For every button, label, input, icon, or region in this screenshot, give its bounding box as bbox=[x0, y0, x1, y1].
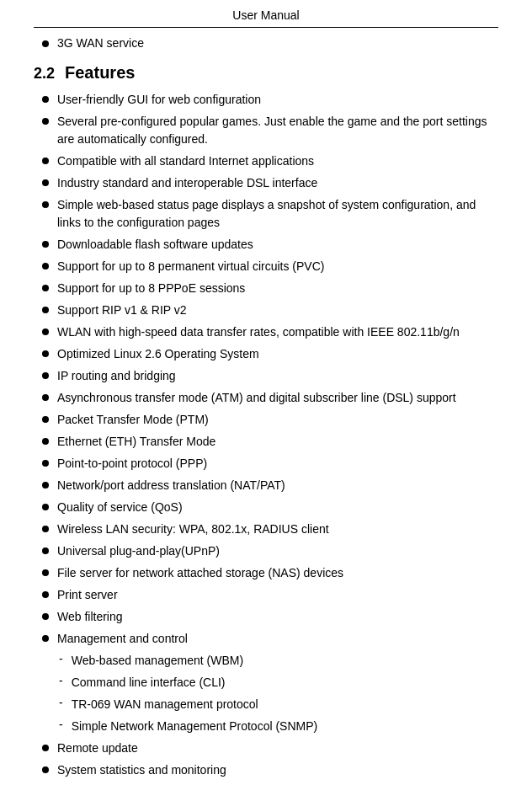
list-item: Point-to-point protocol (PPP) bbox=[34, 455, 498, 473]
list-item: Remote update bbox=[34, 740, 498, 757]
bullet-dot bbox=[42, 526, 49, 532]
section-title: Features bbox=[65, 63, 135, 83]
bullet-dot-intro bbox=[42, 40, 49, 47]
bullet-dot bbox=[42, 591, 49, 598]
dash: - bbox=[59, 718, 63, 731]
list-item: WLAN with high-speed data transfer rates… bbox=[34, 323, 498, 341]
list-item: IP routing and bridging bbox=[34, 367, 498, 385]
bullet-dot bbox=[42, 745, 49, 751]
list-item: User-friendly GUI for web configuration bbox=[34, 91, 498, 109]
bullet-dot bbox=[42, 613, 49, 620]
bullet-dot bbox=[42, 547, 49, 554]
list-item: Compatible with all standard Internet ap… bbox=[34, 152, 498, 170]
list-item: Quality of service (QoS) bbox=[34, 499, 498, 516]
list-item: Management and control bbox=[34, 630, 498, 648]
page-header: User Manual bbox=[34, 8, 498, 28]
intro-bullet-text: 3G WAN service bbox=[57, 36, 144, 50]
list-item: System statistics and monitoring bbox=[34, 761, 498, 779]
list-item: Simple web-based status page displays a … bbox=[34, 196, 498, 232]
header-title: User Manual bbox=[232, 8, 299, 22]
section-number: 2.2 bbox=[34, 65, 55, 83]
bullet-dot bbox=[42, 158, 49, 164]
list-item: Support for up to 8 PPPoE sessions bbox=[34, 280, 498, 297]
list-item: Industry standard and interoperable DSL … bbox=[34, 174, 498, 192]
list-item: Support for up to 8 permanent virtual ci… bbox=[34, 258, 498, 275]
sub-list-item: -Command line interface (CLI) bbox=[34, 674, 498, 692]
list-item: Several pre-configured popular games. Ju… bbox=[34, 113, 498, 148]
bullet-dot bbox=[42, 569, 49, 576]
dash: - bbox=[59, 696, 63, 709]
feature-list-after: Remote updateSystem statistics and monit… bbox=[34, 740, 498, 779]
list-item: Ethernet (ETH) Transfer Mode bbox=[34, 433, 498, 451]
bullet-dot bbox=[42, 766, 49, 773]
list-item: Packet Transfer Mode (PTM) bbox=[34, 411, 498, 429]
bullet-dot bbox=[42, 635, 49, 642]
list-item: Network/port address translation (NAT/PA… bbox=[34, 477, 498, 494]
feature-list: User-friendly GUI for web configurationS… bbox=[34, 91, 498, 648]
intro-bullet-item: 3G WAN service bbox=[34, 36, 498, 50]
list-item: Web filtering bbox=[34, 608, 498, 626]
bullet-dot bbox=[42, 372, 49, 379]
bullet-dot bbox=[42, 394, 49, 401]
list-item: Wireless LAN security: WPA, 802.1x, RADI… bbox=[34, 521, 498, 538]
sub-list-item: -Web-based management (WBM) bbox=[34, 652, 498, 670]
list-item: Downloadable flash software updates bbox=[34, 236, 498, 254]
sub-list-item: -Simple Network Management Protocol (SNM… bbox=[34, 718, 498, 735]
dash: - bbox=[59, 652, 63, 665]
list-item: Asynchronous transfer mode (ATM) and dig… bbox=[34, 389, 498, 407]
bullet-dot bbox=[42, 350, 49, 357]
bullet-dot bbox=[42, 96, 49, 103]
bullet-dot bbox=[42, 460, 49, 467]
dash: - bbox=[59, 674, 63, 687]
bullet-dot bbox=[42, 179, 49, 186]
list-item: Support RIP v1 & RIP v2 bbox=[34, 302, 498, 319]
bullet-dot bbox=[42, 285, 49, 291]
bullet-dot bbox=[42, 263, 49, 270]
bullet-dot bbox=[42, 482, 49, 489]
sub-list-item: -TR-069 WAN management protocol bbox=[34, 696, 498, 713]
bullet-dot bbox=[42, 201, 49, 208]
list-item: File server for network attached storage… bbox=[34, 564, 498, 582]
bullet-dot bbox=[42, 118, 49, 125]
sub-bullet-list: -Web-based management (WBM)-Command line… bbox=[34, 652, 498, 735]
bullet-dot bbox=[42, 241, 49, 248]
section-heading: 2.2 Features bbox=[34, 63, 498, 83]
bullet-dot bbox=[42, 328, 49, 335]
list-item: Print server bbox=[34, 586, 498, 604]
bullet-dot bbox=[42, 504, 49, 510]
bullet-dot bbox=[42, 438, 49, 445]
bullet-dot bbox=[42, 307, 49, 313]
list-item: Optimized Linux 2.6 Operating System bbox=[34, 345, 498, 363]
list-item: Universal plug-and-play(UPnP) bbox=[34, 542, 498, 560]
bullet-dot bbox=[42, 416, 49, 423]
